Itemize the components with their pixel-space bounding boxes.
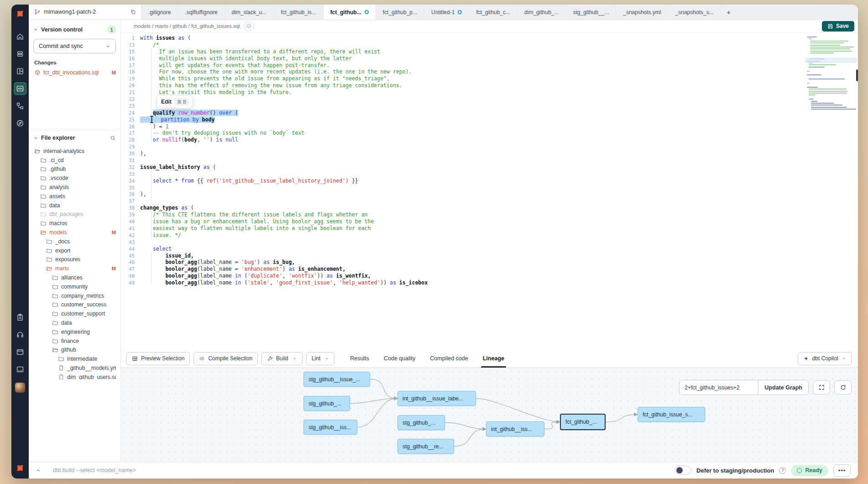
explore-compass-icon[interactable] [14, 117, 26, 130]
tab-fct_github_c...[interactable]: fct_github_c... [469, 5, 518, 20]
build-button[interactable]: Build [261, 352, 303, 365]
tree-folder-analysis[interactable]: analysis [29, 183, 120, 192]
code-line-33[interactable]: 33 [121, 171, 858, 178]
tree-folder-intermediate[interactable]: intermediate [29, 354, 120, 363]
lineage-node-int_github__iss[interactable]: int_github__iss... [486, 421, 544, 437]
code-line-38[interactable]: 38change_types as ( [121, 205, 858, 211]
code-line-28[interactable]: 28 or nullif(body, '') is null [121, 137, 858, 143]
tree-folder-.vscode[interactable]: .vscode [29, 174, 120, 183]
tab-.sqlfluffignore[interactable]: .sqlfluffignore [178, 5, 225, 20]
dbt-copilot-button[interactable]: dbt Copilot [798, 352, 852, 365]
code-line-35[interactable]: 35 [121, 184, 858, 191]
code-line-37[interactable]: 37 [121, 198, 858, 205]
code-line-29[interactable]: 29 [121, 143, 858, 150]
tree-folder-macros[interactable]: macros [29, 219, 120, 228]
home-icon[interactable] [14, 30, 26, 43]
tree-folder-data[interactable]: data [29, 201, 120, 210]
fullscreen-button[interactable] [813, 380, 830, 395]
support-headset-icon[interactable] [14, 328, 26, 341]
code-line-40[interactable]: 40 issue has a bug or enhancement label.… [121, 218, 858, 225]
lineage-node-fct_github_issue_s[interactable]: fct_github_issue_s... [638, 407, 705, 422]
code-line-34[interactable]: 34 select * from {{ ref('int_github__iss… [121, 178, 858, 184]
tab-code-quality[interactable]: Code quality [384, 349, 416, 368]
defer-toggle[interactable] [675, 466, 691, 475]
search-icon[interactable] [110, 135, 116, 141]
lineage-selector-input[interactable] [680, 380, 758, 395]
code-line-17[interactable]: 17 will get updates for events that happ… [121, 62, 858, 69]
lineage-node-stg_github_[interactable]: stg_github_... [397, 415, 445, 430]
tab-Untitled-1[interactable]: Untitled-1 [424, 5, 469, 20]
lineage-node-stg_github__re[interactable]: stg_github__re... [397, 439, 454, 454]
tree-folder-internal-analytics[interactable]: internal-analytics [29, 147, 120, 156]
code-line-39[interactable]: 39 /* This CTE flattens the different is… [121, 211, 858, 218]
lineage-node-int_github__issue_labe[interactable]: int_github__issue_labe... [397, 391, 476, 406]
tab-compiled-code[interactable]: Compiled code [430, 349, 468, 368]
code-editor-icon[interactable] [14, 82, 26, 95]
preview-selection-button[interactable]: Preview Selection [126, 352, 190, 365]
tree-folder-_docs[interactable]: _docs [29, 237, 120, 246]
commit-and-sync-button[interactable]: Commit and sync [33, 39, 116, 53]
chevron-up-icon[interactable] [35, 468, 41, 473]
code-line-36[interactable]: 36), [121, 191, 858, 198]
code-line-25[interactable]: 25···· partition by body [121, 116, 858, 123]
code-line-18[interactable]: 18 For now, choose the one with more rec… [121, 68, 858, 75]
changelog-icon[interactable] [14, 311, 26, 324]
tab-_snapshots.yml[interactable]: _snapshots.yml [616, 5, 668, 20]
code-line-47[interactable]: 47 boolor_agg(label_name = 'enhancement'… [121, 266, 858, 273]
dbt-logo-bottom-icon[interactable] [15, 463, 25, 475]
update-graph-button[interactable]: Update Graph [758, 380, 808, 395]
save-button[interactable]: Save [822, 21, 854, 32]
code-line-22[interactable]: 22 [121, 96, 858, 103]
code-editor[interactable]: 1with issues as (13 /*15 If an issue has… [121, 33, 858, 349]
code-line-48[interactable]: 48 boolor_agg(label_name in ('duplicate'… [121, 273, 858, 279]
tab-stg_github__...[interactable]: stg_github__... [566, 5, 616, 20]
tree-folder-finance[interactable]: finance [29, 337, 120, 346]
code-line-13[interactable]: 13 /* [121, 42, 858, 48]
version-control-header[interactable]: Version control 1 [33, 25, 116, 34]
code-line-49[interactable]: 49 boolor_agg(label_name in ('stale', 'g… [121, 279, 858, 286]
ready-status-badge[interactable]: Ready [791, 465, 828, 476]
code-line-46[interactable]: 46 boolor_agg(label_name = 'bug') as is_… [121, 259, 858, 266]
tab-dim_slack_u...[interactable]: dim_slack_u... [225, 5, 274, 20]
tree-folder-github[interactable]: github [29, 346, 120, 355]
tree-folder-assets[interactable]: assets [29, 192, 120, 201]
code-line-44[interactable]: 44 select [121, 246, 858, 253]
dbt-logo-icon[interactable] [15, 9, 25, 21]
tree-folder-company_metrics[interactable]: company_metrics [29, 291, 120, 300]
help-icon[interactable]: ? [779, 467, 786, 474]
code-line-42[interactable]: 42 issue. */ [121, 232, 858, 239]
tab-fct_github...[interactable]: fct_github... [324, 5, 376, 20]
code-line-19[interactable]: 19 While this prevents the old issue fro… [121, 75, 858, 82]
tree-folder-marts[interactable]: martsM [29, 264, 120, 273]
tree-folder-.github[interactable]: .github [29, 165, 120, 174]
tab-fct_github_p...[interactable]: fct_github_p... [376, 5, 424, 20]
tree-folder-customer_support[interactable]: customer_support [29, 309, 120, 318]
tree-folder-export[interactable]: export [29, 246, 120, 255]
code-line-31[interactable]: 31 [121, 157, 858, 164]
new-tab-button[interactable]: + [721, 5, 737, 20]
tree-folder-models[interactable]: modelsM [29, 228, 120, 237]
compile-selection-button[interactable]: Compile Selection [193, 352, 258, 365]
tree-folder-alliances[interactable]: alliances [29, 273, 120, 282]
tree-folder-data[interactable]: data [29, 318, 120, 327]
deploy-icon[interactable] [14, 47, 26, 60]
tree-folder-community[interactable]: community [29, 282, 120, 291]
user-avatar[interactable] [15, 383, 25, 393]
tab-results[interactable]: Results [350, 349, 369, 368]
file-explorer-header[interactable]: File explorer [33, 135, 116, 141]
copy-branch-icon[interactable] [130, 9, 136, 15]
tree-folder-.ci_cd[interactable]: .ci_cd [29, 156, 120, 165]
code-line-23[interactable]: 23 [121, 103, 858, 110]
edit-popup-label[interactable]: Edit [161, 99, 172, 105]
more-options-button[interactable]: ••• [833, 464, 851, 477]
lineage-node-fct_github_[interactable]: fct_github_... [560, 414, 606, 430]
tree-folder-customer_success[interactable]: customer_success [29, 300, 120, 310]
tree-file-dim_github_users.sql[interactable]: dim_github_users.sql [29, 373, 120, 379]
edit-popup[interactable]: Edit ⌘ B [157, 95, 193, 108]
command-input[interactable]: dbt build --select <model_name> [53, 467, 136, 473]
code-line-27[interactable]: 27 -- don't try deduping issues with no … [121, 130, 858, 137]
code-line-24[interactable]: 24 qualify row_number() over ( [121, 110, 858, 116]
tab-fct_github_is...[interactable]: fct_github_is... [274, 5, 323, 20]
tree-file-_github__models.yml[interactable]: _github__models.yml [29, 363, 120, 373]
tab-dim_github_...[interactable]: dim_github_... [518, 5, 566, 20]
